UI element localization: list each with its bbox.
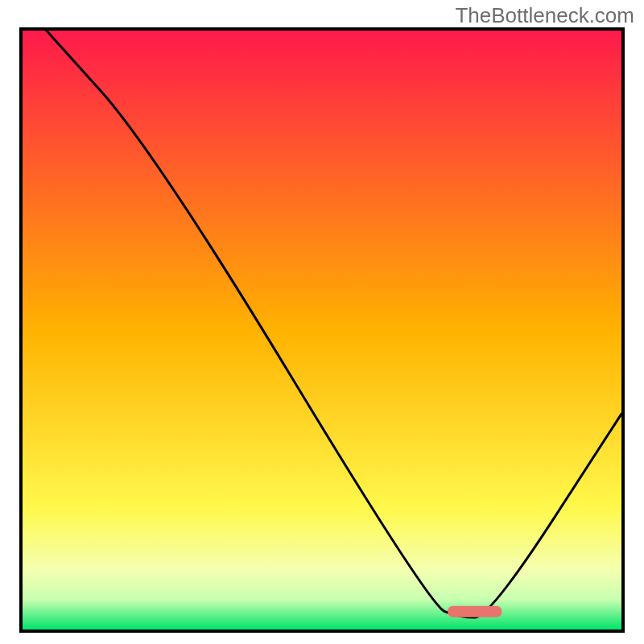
optimal-marker xyxy=(448,606,502,617)
plot-background xyxy=(23,31,621,630)
bottleneck-chart xyxy=(0,0,644,644)
chart-container: TheBottleneck.com xyxy=(0,0,644,644)
watermark-text: TheBottleneck.com xyxy=(455,3,634,28)
